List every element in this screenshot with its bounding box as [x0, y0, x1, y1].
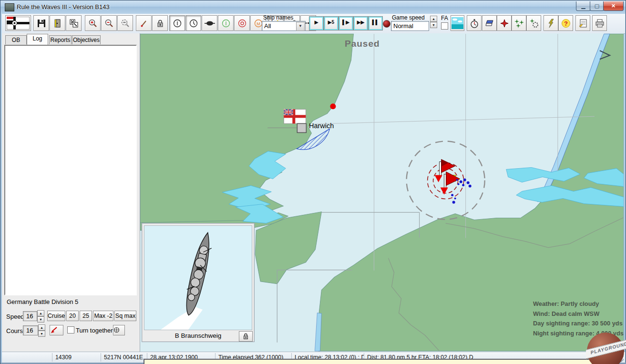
- help-button[interactable]: ?: [558, 15, 573, 31]
- maximize-button[interactable]: ▢: [590, 1, 604, 11]
- marker-green-circle-button[interactable]: [218, 15, 234, 31]
- speed-value[interactable]: 16: [23, 311, 37, 321]
- port-square-marker[interactable]: [297, 123, 306, 132]
- marker-circle-i-button[interactable]: [169, 15, 185, 31]
- formation-button[interactable]: [113, 325, 125, 335]
- air-patrols-button[interactable]: [512, 15, 526, 31]
- german-ensign-icon: [7, 17, 30, 30]
- eraser-button[interactable]: [482, 15, 497, 31]
- lock-ship-view-button[interactable]: [239, 331, 253, 342]
- close-button[interactable]: ✕: [603, 1, 624, 11]
- tab-objectives[interactable]: Objectives: [72, 35, 101, 44]
- speed-spinner[interactable]: ▲ ▼: [37, 310, 44, 323]
- exit-door-button[interactable]: [50, 15, 65, 31]
- paused-indicator: Paused: [345, 39, 380, 49]
- ship-wake: [161, 307, 203, 330]
- air-strike-button[interactable]: [497, 15, 512, 31]
- ship-names-select[interactable]: All ▼: [262, 21, 306, 31]
- chevron-down-icon[interactable]: ▼: [296, 22, 305, 31]
- status-led: [383, 20, 390, 28]
- save-button[interactable]: [33, 15, 49, 31]
- air-settings-button[interactable]: [526, 15, 541, 31]
- game-speed-spinner[interactable]: ▲ ▼: [430, 16, 437, 28]
- speed-25-button[interactable]: 25: [80, 311, 92, 321]
- circle-i-icon: [173, 19, 182, 28]
- zoom-in-button[interactable]: [85, 15, 101, 31]
- marker-red-circle-button[interactable]: [234, 15, 250, 31]
- turn-together-checkbox[interactable]: [67, 326, 74, 334]
- red-circle-icon: [237, 19, 247, 28]
- spinner-up-icon[interactable]: ▲: [38, 324, 45, 331]
- eraser-icon: [485, 20, 494, 27]
- dice-button[interactable]: [66, 15, 82, 31]
- log-listbox[interactable]: [4, 45, 137, 295]
- red-plane-icon: [500, 19, 509, 28]
- tab-reports[interactable]: Reports: [49, 35, 72, 44]
- ship-names-value: All: [264, 22, 271, 30]
- fa-label: FA: [441, 15, 448, 21]
- speed-label: Speed: [6, 313, 24, 320]
- main-toolbar: M Ship names All ▼ ▶ ▶5: [2, 14, 625, 34]
- weather-line: Wind: Dead calm WSW: [533, 309, 624, 319]
- app-window: Rule the Waves III - Version B143 ▁ ▢ ✕: [0, 0, 626, 364]
- pause-button[interactable]: ▌▌: [369, 17, 382, 30]
- zoom-fit-button[interactable]: [117, 15, 133, 31]
- speed-max-button[interactable]: Max -2: [93, 311, 113, 321]
- spinner-up-icon[interactable]: ▲: [37, 310, 44, 316]
- green-circle-icon: [221, 19, 231, 28]
- play-5x-button[interactable]: ▶5: [324, 17, 338, 30]
- spinner-down-icon[interactable]: ▼: [37, 316, 44, 323]
- zoom-out-icon: [104, 19, 113, 28]
- speed-cruise-button[interactable]: Cruise: [47, 311, 65, 321]
- save-disk-icon: [37, 19, 46, 28]
- marker-circle-clock-button[interactable]: [185, 15, 201, 31]
- zoom-in-icon: [88, 19, 97, 28]
- nation-flag-button[interactable]: [5, 15, 31, 31]
- zoom-out-button[interactable]: [101, 15, 117, 31]
- course-value[interactable]: 16: [23, 325, 38, 335]
- status-blank: [3, 353, 52, 362]
- brush-icon: [140, 19, 148, 28]
- turn-together-label: Turn together: [76, 327, 113, 334]
- ship-name-label: B Braunschweig: [144, 331, 252, 341]
- enemy-contact-markers[interactable]: [451, 178, 472, 203]
- zoom-fit-icon: [121, 19, 130, 28]
- speed-20-button[interactable]: 20: [66, 311, 79, 321]
- game-speed-select[interactable]: Normal: [391, 21, 429, 31]
- lock-view-button[interactable]: [152, 15, 168, 31]
- white-ensign-flag: [284, 109, 306, 123]
- tab-ob[interactable]: OB: [5, 35, 27, 44]
- division-title: Germany Battle Division 5: [7, 298, 78, 305]
- speed-sqmax-button[interactable]: Sq max: [114, 311, 136, 321]
- ship-hull-group: [181, 231, 215, 317]
- stopwatch-icon: [470, 19, 479, 28]
- tab-log[interactable]: Log: [27, 34, 48, 45]
- step-button[interactable]: ▌▶: [339, 17, 353, 30]
- weather-view-button[interactable]: [451, 15, 464, 31]
- flash-events-button[interactable]: [544, 15, 558, 31]
- draw-course-button[interactable]: [136, 15, 152, 31]
- notepad-icon: [578, 19, 588, 28]
- stopwatch-button[interactable]: [467, 15, 482, 31]
- fa-checkbox[interactable]: [441, 22, 448, 30]
- side-panel: OB Log Reports Objectives Germany Battle…: [2, 33, 140, 352]
- print-button[interactable]: [592, 15, 607, 31]
- status-counter: 14309: [52, 353, 101, 362]
- marker-ship-oval-button[interactable]: [202, 15, 217, 31]
- svg-text:?: ?: [564, 20, 568, 27]
- app-icon: [5, 3, 14, 11]
- play-button[interactable]: ▶: [309, 17, 323, 30]
- fast-forward-button[interactable]: ▶▶: [354, 17, 368, 30]
- weather-line: Weather: Partly cloudy: [533, 299, 624, 309]
- minimize-button[interactable]: ▁: [576, 1, 591, 11]
- course-spinner[interactable]: ▲ ▼: [38, 324, 45, 337]
- spinner-down-icon[interactable]: ▼: [38, 331, 45, 337]
- set-course-button[interactable]: [50, 325, 63, 335]
- report-button[interactable]: [575, 15, 590, 31]
- ship-oval-icon: [205, 20, 215, 27]
- padlock-icon: [156, 19, 164, 28]
- circle-clock-icon: [189, 19, 198, 28]
- exit-door-icon: [53, 19, 62, 28]
- spinner-up-icon[interactable]: ▲: [430, 16, 437, 22]
- spinner-down-icon[interactable]: ▼: [430, 22, 437, 28]
